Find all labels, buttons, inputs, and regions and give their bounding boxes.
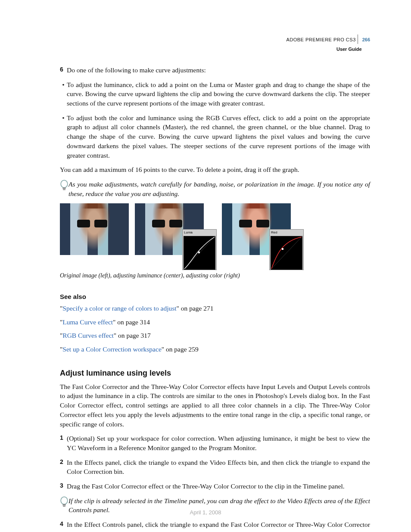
lightbulb-icon <box>60 180 68 198</box>
see-also-item: "Set up a Color Correction workspace" on… <box>60 345 370 354</box>
bullet-icon: • <box>60 80 67 108</box>
luma-curve-graph <box>184 236 215 270</box>
step-4: 4 In the Effect Controls panel, click th… <box>60 520 370 532</box>
step-3: 3 Drag the Fast Color Corrector effect o… <box>60 482 370 491</box>
svg-point-0 <box>61 180 68 187</box>
svg-line-3 <box>271 236 302 270</box>
figure-caption: Original image (left), adjusting luminan… <box>60 271 370 280</box>
link-rgb-curves[interactable]: RGB Curves effect <box>62 332 114 339</box>
bullet-luminance: • To adjust the luminance, click to add … <box>60 80 370 108</box>
bullet-icon: • <box>60 113 67 160</box>
red-curve-panel: Red <box>269 229 304 270</box>
step-number: 1 <box>60 434 67 452</box>
figure-row: Luma Red <box>60 203 370 255</box>
tip-text: As you make adjustments, watch carefully… <box>68 180 370 198</box>
footer-date: April 1, 2008 <box>0 509 411 516</box>
step-2: 2 In the Effects panel, click the triang… <box>60 458 370 476</box>
step-text: In the Effects panel, click the triangle… <box>67 458 370 476</box>
svg-rect-2 <box>198 252 200 253</box>
curve-label: Red <box>270 230 303 235</box>
luma-curve-panel: Luma <box>182 229 217 270</box>
figure-luminance: Luma <box>135 203 204 255</box>
curve-label: Luma <box>183 230 216 235</box>
step-text: (Optional) Set up your workspace for col… <box>67 434 370 452</box>
step-6: 6 Do one of the following to make curve … <box>60 65 370 75</box>
section-intro: The Fast Color Corrector and the Three-W… <box>60 382 370 429</box>
page-header: ADOBE PREMIERE PRO CS3 266 User Guide <box>286 34 370 53</box>
figure-original <box>60 203 129 255</box>
header-subtitle: User Guide <box>336 47 362 52</box>
see-also-item: "RGB Curves effect" on page 317 <box>60 331 370 340</box>
red-curve-graph <box>271 236 302 270</box>
see-also-heading: See also <box>60 292 370 301</box>
step-number: 4 <box>60 520 67 532</box>
step-text: Do one of the following to make curve ad… <box>67 65 206 75</box>
paragraph-max-points: You can add a maximum of 16 points to th… <box>60 165 370 174</box>
figure-color: Red <box>222 203 291 255</box>
see-also-item: "Specify a color or range of colors to a… <box>60 304 370 313</box>
see-also-item: "Luma Curve effect" on page 314 <box>60 317 370 327</box>
step-1: 1 (Optional) Set up your workspace for c… <box>60 434 370 452</box>
step-number: 6 <box>60 65 67 75</box>
page-number: 266 <box>362 37 370 42</box>
svg-rect-4 <box>282 248 283 250</box>
tip-banding: As you make adjustments, watch carefully… <box>60 180 370 198</box>
page-content: 6 Do one of the following to make curve … <box>60 65 370 532</box>
link-luma-curve[interactable]: Luma Curve effect <box>62 318 113 326</box>
step-number: 3 <box>60 482 67 491</box>
bullet-rgb: • To adjust both the color and luminance… <box>60 113 370 160</box>
bullet-text: To adjust both the color and luminance u… <box>67 113 370 160</box>
step-text: Drag the Fast Color Corrector effect or … <box>67 482 345 491</box>
header-product: ADOBE PREMIERE PRO CS3 <box>286 37 355 42</box>
svg-point-5 <box>61 497 68 504</box>
link-color-correction-workspace[interactable]: Set up a Color Correction workspace <box>62 345 161 353</box>
step-text: In the Effect Controls panel, click the … <box>67 520 370 532</box>
section-title-levels: Adjust luminance using levels <box>60 368 370 379</box>
step-number: 2 <box>60 458 67 476</box>
link-specify-color[interactable]: Specify a color or range of colors to ad… <box>62 305 176 312</box>
bullet-text: To adjust the luminance, click to add a … <box>67 80 370 108</box>
